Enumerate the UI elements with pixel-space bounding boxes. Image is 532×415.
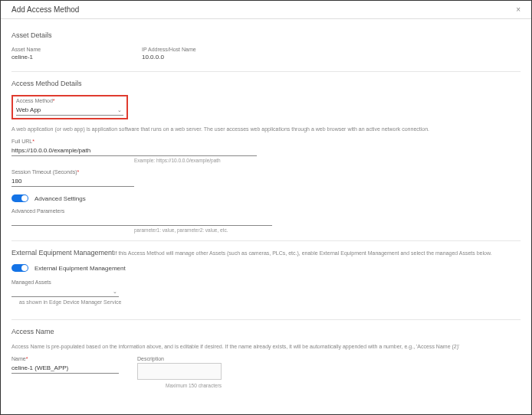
method-description: A web application (or web app) is applic… — [11, 126, 521, 132]
access-method-label: Access Method* — [16, 98, 123, 103]
ip-label: IP Address/Host Name — [142, 47, 241, 52]
ext-equip-toggle-label: External Equipment Management — [34, 265, 126, 272]
external-equipment-section: External Equipment ManagementIf this Acc… — [11, 241, 521, 320]
advanced-settings-toggle[interactable] — [11, 194, 28, 202]
method-details-heading: Access Method Details — [11, 80, 521, 87]
asset-details-heading: Asset Details — [11, 31, 521, 39]
asset-details-section: Asset Details Asset Name celine-1 IP Add… — [11, 24, 521, 72]
close-icon[interactable]: × — [516, 6, 521, 14]
access-method-highlight: Access Method* ⌄ — [11, 95, 128, 119]
access-method-input[interactable] — [16, 105, 123, 116]
adv-params-example: parameter1: value, parameter2: value, et… — [134, 227, 521, 233]
managed-assets-hint: as shown in Edge Device Manager Service — [19, 299, 521, 306]
dialog-title: Add Access Method — [11, 5, 79, 14]
url-example: Example: https://10.0.0.0/example/path — [134, 158, 521, 163]
asset-name-label: Asset Name — [11, 47, 111, 52]
managed-assets-input[interactable] — [11, 286, 119, 297]
asset-name-value: celine-1 — [11, 54, 33, 60]
timeout-label: Session Timeout (Seconds)* — [11, 169, 521, 175]
ext-equip-toggle[interactable] — [11, 264, 28, 272]
access-method-details-section: Access Method Details Access Method* ⌄ A… — [11, 72, 521, 241]
access-name-heading: Access Name — [11, 328, 521, 335]
name-input[interactable] — [11, 363, 119, 374]
full-url-label: Full URL* — [11, 139, 521, 144]
access-name-section: Access Name Access Name is pre-populated… — [11, 320, 521, 396]
max-chars-hint: Maximum 150 characters — [137, 383, 222, 388]
timeout-input[interactable] — [11, 176, 134, 187]
full-url-input[interactable] — [11, 145, 257, 156]
ext-equip-heading: External Equipment ManagementIf this Acc… — [11, 249, 521, 257]
adv-params-input[interactable] — [11, 215, 272, 226]
adv-params-label: Advanced Parameters — [11, 208, 521, 214]
name-label: Name* — [11, 356, 119, 361]
ip-value: 10.0.0.0 — [142, 54, 164, 60]
advanced-settings-label: Advanced Settings — [34, 195, 86, 202]
access-method-select[interactable]: ⌄ — [16, 105, 123, 116]
ext-equip-heading-desc: If this Access Method will manage other … — [114, 250, 492, 256]
access-name-desc: Access Name is pre-populated based on th… — [11, 343, 521, 350]
dialog-header: Add Access Method × — [1, 1, 531, 19]
managed-assets-select[interactable]: ⌄ — [11, 286, 119, 297]
managed-assets-label: Managed Assets — [11, 279, 521, 285]
description-label: Description — [137, 356, 222, 361]
description-input[interactable] — [137, 363, 222, 380]
